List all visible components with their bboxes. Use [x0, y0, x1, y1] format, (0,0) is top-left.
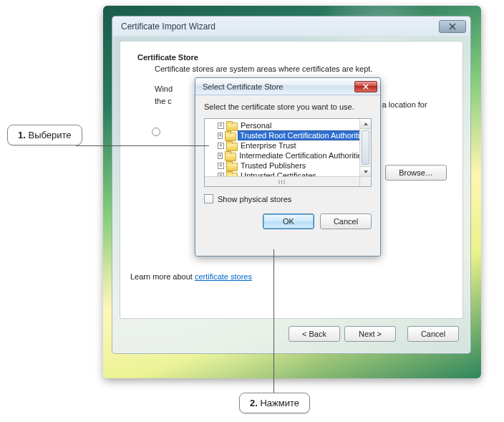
- close-icon: [449, 23, 456, 30]
- back-button[interactable]: < Back: [289, 326, 340, 342]
- checkbox[interactable]: [204, 194, 213, 203]
- wizard-titlebar[interactable]: Certificate Import Wizard: [112, 16, 470, 37]
- tree-list: + Personal + Trusted Root Certification …: [206, 119, 359, 176]
- tree-item-label: Enterprise Trust: [239, 141, 298, 150]
- vertical-scrollbar[interactable]: [359, 119, 371, 176]
- tree-item-label: Untrusted Certificates: [239, 171, 318, 176]
- folder-icon: [226, 122, 236, 130]
- ok-button[interactable]: OK: [263, 214, 314, 229]
- tree-item-label: Intermediate Certification Authorities: [238, 151, 359, 160]
- section-description: Certificate stores are system areas wher…: [155, 64, 445, 73]
- folder-icon: [226, 162, 236, 170]
- dialog-titlebar[interactable]: Select Certificate Store: [195, 78, 380, 95]
- learn-more-link-row: Learn more about certificate stores: [130, 272, 252, 281]
- wizard-cancel-button[interactable]: Cancel: [407, 326, 459, 342]
- scrollbar-corner: [359, 176, 371, 186]
- scroll-down-icon[interactable]: [360, 166, 371, 176]
- horizontal-scrollbar[interactable]: III: [205, 176, 359, 186]
- expand-icon[interactable]: +: [218, 123, 224, 129]
- tree-item-label: Trusted Publishers: [239, 161, 307, 170]
- wizard-title: Certificate Import Wizard: [121, 21, 439, 32]
- wizard-footer: < Back Next > Cancel: [120, 322, 463, 346]
- checkbox-label: Show physical stores: [218, 195, 291, 203]
- tree-item-intermediate[interactable]: + Intermediate Certification Authorities: [206, 150, 359, 160]
- folder-icon: [225, 152, 235, 160]
- callout-select: 1. Выберите: [7, 125, 82, 145]
- close-icon: [363, 84, 369, 90]
- expand-icon[interactable]: +: [218, 133, 223, 139]
- tree-item-trusted-publishers[interactable]: + Trusted Publishers: [206, 160, 359, 171]
- certificate-store-tree[interactable]: + Personal + Trusted Root Certification …: [204, 118, 372, 187]
- browse-button[interactable]: Browse…: [385, 165, 447, 181]
- callout-connector: [273, 249, 274, 393]
- tree-item-untrusted[interactable]: + Untrusted Certificates: [206, 171, 359, 176]
- folder-icon: [225, 132, 235, 140]
- callout-connector: [76, 145, 209, 146]
- scroll-thumb[interactable]: [362, 130, 369, 165]
- expand-icon[interactable]: +: [218, 153, 223, 159]
- next-button[interactable]: Next >: [344, 326, 396, 342]
- show-physical-stores-row[interactable]: Show physical stores: [204, 194, 372, 203]
- tree-item-label: Personal: [239, 121, 273, 130]
- dialog-instruction: Select the certificate store you want to…: [204, 102, 372, 111]
- dialog-button-row: OK Cancel: [204, 214, 372, 229]
- dialog-close-button[interactable]: [354, 81, 377, 92]
- tree-item-trusted-root[interactable]: + Trusted Root Certification Authorities: [206, 130, 359, 140]
- wizard-close-button[interactable]: [439, 20, 466, 33]
- tree-item-personal[interactable]: + Personal: [206, 120, 359, 130]
- scroll-up-icon[interactable]: [360, 119, 371, 129]
- tree-item-label: Trusted Root Certification Authorities: [238, 130, 359, 140]
- certificate-stores-link[interactable]: certificate stores: [195, 272, 252, 281]
- section-title: Certificate Store: [137, 53, 445, 62]
- radio-option[interactable]: [152, 128, 160, 136]
- callout-press: 2. Нажмите: [239, 393, 310, 413]
- dialog-title: Select Certificate Store: [203, 82, 354, 91]
- expand-icon[interactable]: +: [218, 163, 224, 169]
- expand-icon[interactable]: +: [218, 143, 224, 149]
- folder-icon: [226, 142, 236, 150]
- select-certificate-store-dialog: Select Certificate Store Select the cert…: [195, 77, 381, 256]
- dialog-body: Select the certificate store you want to…: [195, 95, 380, 235]
- tree-item-enterprise-trust[interactable]: + Enterprise Trust: [206, 140, 359, 150]
- dialog-cancel-button[interactable]: Cancel: [320, 214, 372, 229]
